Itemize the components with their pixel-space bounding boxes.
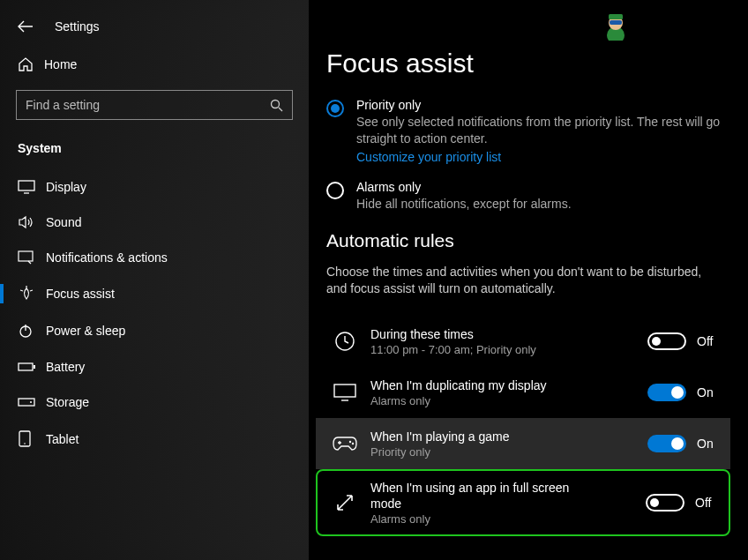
game-icon: [333, 436, 357, 452]
rule-during-times[interactable]: During these times 11:00 pm - 7:00 am; P…: [326, 316, 730, 367]
radio-desc: Hide all notifications, except for alarm…: [356, 196, 730, 213]
svg-point-9: [24, 443, 26, 444]
search-box[interactable]: [16, 90, 293, 120]
sidebar-item-label: Battery: [46, 360, 85, 374]
customize-priority-link[interactable]: Customize your priority list: [356, 150, 730, 164]
svg-rect-16: [610, 20, 622, 25]
sidebar-item-label: Power & sleep: [46, 324, 125, 338]
rule-title: During these times: [370, 326, 647, 342]
sidebar: Settings Home System Display Sound Notif…: [0, 0, 309, 560]
automatic-rules-desc: Choose the times and activities when you…: [326, 264, 714, 298]
home-icon: [18, 56, 34, 72]
rule-playing-game[interactable]: When I'm playing a game Priority only On: [316, 418, 730, 469]
svg-rect-1: [19, 181, 34, 190]
power-icon: [18, 323, 34, 339]
clock-icon: [333, 330, 356, 353]
rule-sub: Alarms only: [370, 512, 646, 526]
storage-icon: [18, 396, 35, 408]
arrow-left-icon: [18, 20, 34, 33]
sidebar-item-sound[interactable]: Sound: [0, 205, 309, 240]
rule-title: When I'm duplicating my display: [370, 377, 647, 393]
toggle-state: Off: [697, 334, 720, 348]
sidebar-item-label: Focus assist: [46, 287, 115, 301]
sidebar-item-storage[interactable]: Storage: [0, 385, 309, 420]
radio-desc: See only selected notifications from the…: [356, 114, 730, 147]
rule-sub: 11:00 pm - 7:00 am; Priority only: [370, 343, 647, 356]
notifications-icon: [18, 250, 35, 265]
sidebar-item-battery[interactable]: Battery: [0, 349, 309, 385]
sidebar-item-label: Sound: [46, 215, 81, 229]
rule-sub: Alarms only: [370, 394, 647, 407]
svg-rect-6: [19, 399, 34, 406]
fullscreen-icon: [334, 492, 355, 513]
sidebar-item-label: Display: [46, 180, 86, 194]
radio-title: Priority only: [356, 98, 730, 112]
toggle-state: Off: [695, 496, 718, 510]
svg-rect-4: [19, 363, 33, 370]
rule-fullscreen-app[interactable]: When I'm using an app in full screen mod…: [316, 469, 730, 536]
svg-point-0: [272, 100, 280, 108]
avatar: [600, 9, 632, 41]
toggle-duplicating-display[interactable]: [647, 384, 686, 401]
window-title: Settings: [55, 19, 100, 34]
sidebar-item-notifications[interactable]: Notifications & actions: [0, 240, 309, 275]
nav-list: Display Sound Notifications & actions Fo…: [0, 169, 309, 459]
sidebar-item-display[interactable]: Display: [0, 169, 309, 205]
radio-indicator: [326, 100, 344, 117]
toggle-fullscreen-app[interactable]: [646, 494, 684, 511]
battery-icon: [18, 361, 37, 373]
toggle-playing-game[interactable]: [647, 435, 686, 452]
svg-rect-11: [334, 385, 355, 397]
svg-point-12: [349, 441, 351, 443]
home-nav[interactable]: Home: [0, 46, 309, 83]
rule-sub: Priority only: [370, 445, 647, 459]
sidebar-item-label: Notifications & actions: [46, 250, 168, 265]
sound-icon: [18, 215, 35, 229]
focus-assist-icon: [18, 286, 35, 302]
search-icon: [270, 99, 283, 112]
svg-point-13: [352, 443, 354, 444]
radio-title: Alarms only: [356, 180, 730, 194]
svg-rect-17: [609, 14, 623, 19]
display-icon: [333, 383, 357, 402]
section-label: System: [0, 132, 309, 169]
main-content: Focus assist Priority only See only sele…: [309, 0, 748, 560]
radio-priority-only[interactable]: Priority only See only selected notifica…: [326, 98, 730, 164]
toggle-state: On: [697, 385, 720, 399]
sidebar-item-label: Storage: [46, 395, 89, 409]
toggle-state: On: [697, 437, 720, 451]
avatar-icon: [600, 9, 632, 41]
radio-indicator: [326, 182, 344, 199]
search-input[interactable]: [26, 98, 270, 112]
svg-rect-2: [19, 251, 33, 261]
sidebar-item-tablet[interactable]: Tablet: [0, 420, 309, 459]
back-button[interactable]: [18, 20, 44, 33]
display-icon: [18, 180, 35, 194]
rule-title: When I'm using an app in full screen mod…: [370, 480, 573, 511]
toggle-during-times[interactable]: [647, 332, 686, 350]
home-label: Home: [44, 57, 77, 71]
radio-alarms-only[interactable]: Alarms only Hide all notifications, exce…: [326, 180, 730, 213]
sidebar-item-power[interactable]: Power & sleep: [0, 312, 309, 349]
svg-rect-5: [34, 365, 35, 369]
sidebar-item-focus-assist[interactable]: Focus assist: [0, 275, 309, 312]
rule-title: When I'm playing a game: [370, 429, 647, 444]
rule-duplicating-display[interactable]: When I'm duplicating my display Alarms o…: [326, 367, 730, 418]
automatic-rules-heading: Automatic rules: [326, 230, 730, 251]
sidebar-item-label: Tablet: [46, 432, 79, 446]
svg-point-7: [30, 401, 32, 403]
page-title: Focus assist: [326, 49, 730, 78]
tablet-icon: [18, 430, 32, 448]
